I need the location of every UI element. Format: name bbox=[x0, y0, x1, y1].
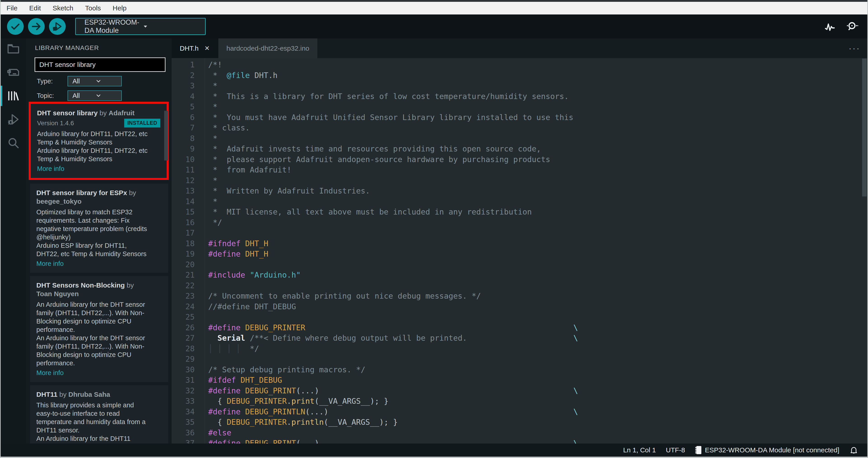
debug-button[interactable] bbox=[49, 18, 66, 35]
code-lines[interactable]: /*! * @file DHT.h * * This is a library … bbox=[205, 58, 867, 443]
tab-label: DHT.h bbox=[180, 45, 198, 52]
more-info-link[interactable]: More info bbox=[37, 165, 160, 172]
library-description: Optimized libray to match ESP32 requirem… bbox=[36, 208, 147, 258]
sidebar-item-sketchbook[interactable] bbox=[1, 41, 26, 56]
type-filter-label: Type: bbox=[37, 78, 59, 85]
search-icon bbox=[6, 136, 20, 150]
folder-icon bbox=[6, 42, 20, 56]
sidebar-item-search[interactable] bbox=[1, 136, 26, 150]
upload-button[interactable] bbox=[28, 18, 45, 35]
library-search-input[interactable] bbox=[35, 57, 165, 72]
sidebar-item-library-manager[interactable] bbox=[1, 89, 26, 103]
activity-bar bbox=[1, 38, 26, 443]
code-editor[interactable]: 1234567891011121314151617181920212223242… bbox=[172, 58, 867, 443]
arduino-ide-window: FileEditSketchToolsHelp ESP32-WROOM-DA M… bbox=[0, 0, 868, 458]
sidebar-item-debug[interactable] bbox=[1, 112, 26, 126]
library-title: DHT11 by Dhruba Saha bbox=[36, 390, 149, 399]
chip-icon bbox=[695, 446, 702, 455]
board-icon bbox=[6, 65, 20, 79]
menu-bar: FileEditSketchToolsHelp bbox=[1, 2, 867, 15]
library-version: Version 1.4.6 bbox=[37, 120, 74, 127]
editor-scrollbar[interactable] bbox=[862, 59, 867, 196]
board-status[interactable]: ESP32-WROOM-DA Module [not connected] bbox=[695, 446, 839, 455]
books-icon bbox=[6, 89, 20, 103]
chevron-down-icon bbox=[95, 78, 118, 84]
library-card[interactable]: DHT Sensors Non-Blocking by Toan Nguyen … bbox=[30, 276, 168, 382]
chevron-down-icon bbox=[95, 92, 118, 99]
serial-plotter-icon[interactable] bbox=[824, 21, 836, 32]
tab-label: hardcoded-dht22-esp32.ino bbox=[226, 45, 309, 52]
gutter: 1234567891011121314151617181920212223242… bbox=[172, 58, 205, 443]
more-info-link[interactable]: More info bbox=[36, 260, 162, 267]
close-icon[interactable]: ✕ bbox=[204, 45, 210, 52]
encoding[interactable]: UTF-8 bbox=[666, 446, 685, 454]
window-bottom-border bbox=[1, 457, 867, 458]
toolbar: ESP32-WROOM-DA Module bbox=[1, 15, 867, 38]
bug-play-outline-icon bbox=[6, 112, 20, 126]
tab-bar: DHT.h ✕ hardcoded-dht22-esp32.ino ··· bbox=[172, 38, 867, 58]
library-list: DHT sensor library by Adafruit Version 1… bbox=[30, 102, 168, 443]
menu-item-tools[interactable]: Tools bbox=[85, 4, 101, 12]
tab-dht-h[interactable]: DHT.h ✕ bbox=[172, 38, 218, 58]
annotation-box: DHT sensor library by Adafruit Version 1… bbox=[29, 102, 169, 180]
panel-scrollbar[interactable] bbox=[164, 111, 168, 161]
tab-hardcoded-sketch[interactable]: hardcoded-dht22-esp32.ino bbox=[218, 38, 318, 58]
library-title: DHT Sensors Non-Blocking by Toan Nguyen bbox=[36, 281, 149, 298]
library-card[interactable]: DHT sensor library for ESPx by beegee_to… bbox=[30, 183, 168, 273]
board-selector[interactable]: ESP32-WROOM-DA Module bbox=[75, 18, 206, 35]
more-actions-icon[interactable]: ··· bbox=[849, 38, 861, 58]
library-title: DHT sensor library by Adafruit bbox=[37, 109, 150, 117]
type-filter-select[interactable]: All bbox=[67, 76, 122, 86]
library-description: This library provides a simple and easy-… bbox=[36, 401, 147, 443]
topic-filter-select[interactable]: All bbox=[67, 90, 122, 101]
right-arrow-icon bbox=[31, 21, 41, 32]
sidebar-item-boards-manager[interactable] bbox=[1, 65, 26, 80]
installed-badge: INSTALLED bbox=[124, 119, 160, 127]
library-description: Arduino library for DHT11, DHT22, etc Te… bbox=[37, 130, 148, 163]
bug-play-icon bbox=[52, 21, 63, 32]
library-description: An Arduino library for the DHT sensor fa… bbox=[36, 300, 147, 367]
window-top-border bbox=[1, 0, 867, 2]
topic-filter-label: Topic: bbox=[37, 92, 59, 99]
menu-item-help[interactable]: Help bbox=[113, 4, 127, 12]
menu-item-file[interactable]: File bbox=[6, 4, 18, 12]
menu-item-edit[interactable]: Edit bbox=[29, 4, 41, 12]
library-card[interactable]: DHT11 by Dhruba Saha This library provid… bbox=[30, 385, 168, 443]
check-icon bbox=[10, 21, 21, 32]
dropdown-caret-icon bbox=[142, 23, 199, 30]
status-bar: Ln 1, Col 1 UTF-8 ESP32-WROOM-DA Module … bbox=[1, 443, 867, 457]
library-title: DHT sensor library for ESPx by beegee_to… bbox=[36, 189, 149, 206]
library-manager-panel: LIBRARY MANAGER Type: All Topic: All bbox=[26, 38, 172, 443]
cursor-position[interactable]: Ln 1, Col 1 bbox=[623, 446, 656, 454]
verify-button[interactable] bbox=[7, 18, 24, 35]
more-info-link[interactable]: More info bbox=[36, 369, 162, 377]
serial-monitor-icon[interactable] bbox=[846, 20, 858, 33]
notifications-bell-icon[interactable] bbox=[849, 446, 858, 455]
library-card[interactable]: DHT sensor library by Adafruit Version 1… bbox=[31, 104, 167, 178]
panel-title: LIBRARY MANAGER bbox=[35, 44, 172, 52]
menu-item-sketch[interactable]: Sketch bbox=[53, 4, 73, 12]
